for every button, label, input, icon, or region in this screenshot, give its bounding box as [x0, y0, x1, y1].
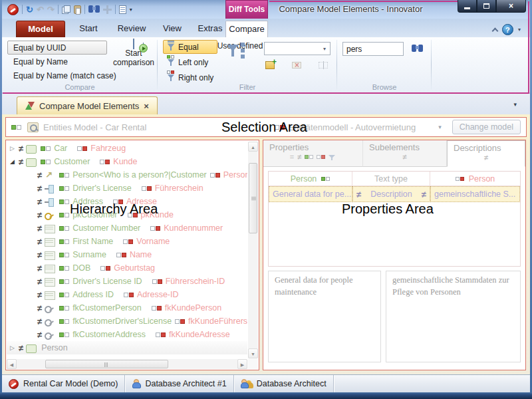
document-tab-close-icon[interactable]: ×: [144, 101, 149, 111]
right-element-label: fkKundeFührersch: [188, 317, 247, 326]
tree-row[interactable]: ▷≠Person: [7, 341, 247, 354]
expander-icon[interactable]: ▷: [10, 344, 19, 351]
tab-descriptions-label: Descriptions: [448, 143, 525, 153]
tree-row[interactable]: ≠fkCustomerPersonfkKundePerson: [7, 301, 247, 315]
tree-row[interactable]: ≠Person<Who is a person?|CustomerPerson-: [7, 168, 247, 182]
user-defined-filter-button[interactable]: User-defined: [216, 41, 264, 51]
combo-dropdown-icon[interactable]: ▾: [319, 46, 330, 52]
help-dropdown-icon[interactable]: ▾: [518, 27, 521, 33]
text-type-column-label: Text type: [374, 174, 408, 184]
tree-row[interactable]: ≠fkCustomerAddressfkKundeAdresse: [7, 328, 247, 341]
expander-icon[interactable]: ▷: [10, 145, 19, 152]
scroll-left-icon[interactable]: ◀: [7, 359, 17, 369]
refresh-icon[interactable]: ↻: [26, 5, 33, 14]
left-presence-icon: [59, 213, 69, 217]
rename-filter-icon: [319, 62, 328, 68]
left-description-textbox[interactable]: General data for people maintenance: [268, 271, 381, 362]
new-filter-icon[interactable]: [265, 61, 275, 69]
tree-row[interactable]: ≠SurnameName: [7, 248, 247, 261]
document-tab-compare-model-elements[interactable]: Compare Model Elements ×: [17, 96, 158, 114]
document-tab-strip: Compare Model Elements × ▾: [2, 94, 530, 114]
not-equal-icon: ≠: [297, 153, 301, 161]
left-description-cell[interactable]: General data for pe...: [269, 186, 352, 202]
left-presence-icon: [59, 293, 69, 297]
start-comparison-button[interactable]: Start comparison: [112, 39, 155, 83]
tree-row[interactable]: ≠Driver's License IDFührerschein-ID: [7, 275, 247, 288]
change-model-button[interactable]: Change model: [452, 120, 521, 134]
right-description-cell[interactable]: gemeinschaftliche S...: [430, 186, 520, 202]
tab-list-dropdown-icon[interactable]: ▾: [513, 101, 517, 108]
left-model-value[interactable]: Entities Model - Car Rental: [43, 122, 146, 132]
scrollbar-thumb[interactable]: [249, 163, 257, 233]
filter-equal-toggle[interactable]: Equal: [163, 40, 217, 54]
tab-extras[interactable]: Extras: [192, 21, 228, 37]
scrollbar-thumb[interactable]: [45, 360, 168, 368]
ribbon-group-browse: Browse: [337, 37, 432, 92]
right-presence-icon: [456, 177, 464, 181]
maximize-button[interactable]: [477, 0, 496, 13]
close-button[interactable]: ×: [496, 0, 526, 13]
app-logo-icon[interactable]: [7, 4, 19, 15]
tree-row[interactable]: ≠Driver's LicenseFührerschein: [7, 182, 247, 195]
right-model-value[interactable]: Entitätenmodell - Autovermietung: [289, 122, 416, 132]
tab-view[interactable]: View: [156, 21, 188, 37]
minimize-button[interactable]: [458, 0, 477, 13]
toolbar-dropdown-icon[interactable]: ▾: [130, 7, 132, 13]
text-type-cell[interactable]: ≠ Description ≠: [352, 186, 430, 202]
attribute-icon: [45, 291, 55, 299]
browse-search-input[interactable]: [342, 42, 404, 56]
tab-compare[interactable]: Compare: [225, 21, 268, 37]
tab-start[interactable]: Start: [70, 21, 107, 37]
right-presence-icon: [116, 253, 126, 257]
grid-selected-row[interactable]: General data for pe... ≠ Description ≠ g…: [269, 186, 520, 202]
paste-icon[interactable]: [74, 5, 81, 14]
browse-search-icon[interactable]: [412, 45, 423, 53]
filter-right-only-toggle[interactable]: Right only: [163, 70, 217, 84]
scroll-right-icon[interactable]: ▶: [237, 359, 247, 369]
equal-by-name-option[interactable]: Equal by Name: [7, 55, 122, 68]
report-document-icon[interactable]: [119, 5, 126, 14]
tree-row[interactable]: ◢≠CustomerKunde: [7, 155, 247, 168]
tree-row[interactable]: ▷≠CarFahrzeug: [7, 142, 247, 155]
tab-model[interactable]: Model: [16, 21, 65, 37]
tree-row[interactable]: ≠fkCustomerDriver'sLicensefkKundeFührers…: [7, 315, 247, 328]
search-binoculars-icon[interactable]: [88, 5, 100, 13]
toolbar-separator: [58, 5, 59, 14]
scrollbar-corner: [248, 359, 258, 369]
collapse-ribbon-icon[interactable]: [492, 27, 499, 34]
filter-left-only-toggle[interactable]: Left only: [163, 55, 217, 69]
not-equal-icon: ≠: [19, 144, 23, 154]
tab-properties[interactable]: Properties = ≠: [263, 140, 363, 167]
help-button[interactable]: ?: [502, 24, 513, 35]
status-bar: Rental Car Model (Demo) Database Archite…: [2, 374, 530, 392]
close-icon: ×: [509, 1, 513, 11]
equal-by-name-case-option[interactable]: Equal by Name (match case): [7, 68, 122, 82]
copy-icon[interactable]: [62, 5, 70, 14]
context-tab-header: Diff Tools: [225, 0, 268, 19]
tab-review[interactable]: Review: [111, 21, 152, 37]
right-description-textbox[interactable]: gemeinschaftliche Stammdaten zur Pflege …: [386, 271, 521, 362]
tab-descriptions[interactable]: Descriptions ≠: [447, 140, 525, 167]
title-bar: ↻ ↶ ↷ ▾ Compare Model Elements - Innovat…: [2, 0, 530, 19]
tree-row[interactable]: ≠Customer NumberKundennummer: [7, 221, 247, 235]
horizontal-scrollbar[interactable]: ◀ ▶: [7, 359, 247, 369]
left-element-label: Car: [54, 144, 67, 153]
tree-row[interactable]: ≠DOBGeburtstag: [7, 261, 247, 275]
attribute-icon: [45, 264, 55, 273]
entity-icon: [26, 158, 36, 166]
tree-row[interactable]: ≠First NameVorname: [7, 235, 247, 248]
expander-icon[interactable]: ◢: [10, 158, 19, 165]
tab-subelements[interactable]: Subelements ≠: [363, 140, 447, 167]
equal-by-uuid-option[interactable]: Equal by UUID: [7, 41, 107, 55]
redo-icon[interactable]: ↷: [47, 5, 55, 14]
tree-row[interactable]: ≠Address IDAdresse-ID: [7, 288, 247, 301]
filter-combobox[interactable]: ▾: [264, 42, 331, 55]
scroll-up-icon[interactable]: ▲: [248, 142, 258, 152]
model-dropdown-icon[interactable]: ▾: [438, 124, 442, 130]
not-equal-icon: ≠: [37, 317, 42, 327]
scroll-down-icon[interactable]: ▼: [248, 348, 258, 358]
vertical-scrollbar[interactable]: ▲ ▼: [248, 142, 258, 358]
undo-icon[interactable]: ↶: [37, 5, 44, 14]
right-presence-icon: [100, 266, 110, 271]
right-presence-icon: [142, 186, 152, 191]
